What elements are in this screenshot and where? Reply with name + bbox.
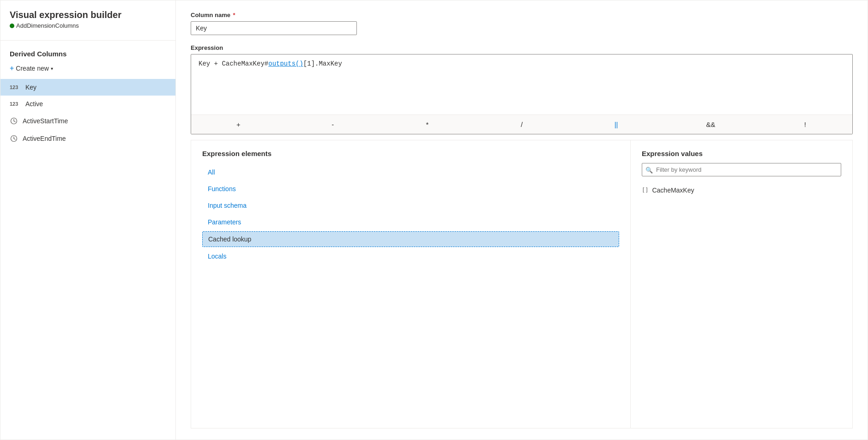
value-item-cachemaxkey[interactable]: [] CacheMaxKey	[642, 184, 841, 197]
operator-not[interactable]: !	[758, 119, 852, 130]
column-name-label: Column name *	[191, 12, 853, 18]
operator-plus[interactable]: +	[191, 119, 286, 130]
top-divider	[0, 40, 175, 41]
svg-line-2	[14, 121, 15, 122]
column-name-input[interactable]	[191, 21, 357, 35]
expression-label: Expression	[191, 44, 853, 51]
element-locals[interactable]: Locals	[202, 249, 619, 264]
operator-minus[interactable]: -	[286, 119, 380, 130]
clock-icon-end	[10, 134, 18, 143]
top-content: Column name * Expression Key + CacheMaxK…	[191, 12, 853, 134]
column-item-activeendtime[interactable]: ActiveEndTime	[0, 130, 175, 147]
expression-elements-panel: Expression elements All Functions Input …	[191, 140, 631, 428]
main-container: Visual expression builder AddDimensionCo…	[0, 0, 868, 440]
app-title: Visual expression builder	[0, 10, 175, 22]
column-item-active[interactable]: 123 Active	[0, 96, 175, 112]
app-subtitle: AddDimensionColumns	[0, 22, 175, 36]
expression-editor[interactable]: Key + CacheMaxKey#outputs()[1].MaxKey	[191, 54, 852, 115]
filter-input[interactable]	[642, 163, 841, 176]
column-name-key: Key	[25, 84, 36, 91]
expression-elements-title: Expression elements	[202, 150, 619, 157]
element-input-schema[interactable]: Input schema	[202, 198, 619, 213]
type-badge-active: 123	[10, 101, 21, 107]
element-functions[interactable]: Functions	[202, 181, 619, 196]
status-dot	[10, 24, 14, 28]
filter-wrapper: 🔍	[642, 163, 841, 176]
element-all[interactable]: All	[202, 165, 619, 180]
operator-divide[interactable]: /	[475, 119, 569, 130]
expression-part1: Key + CacheMaxKey#	[199, 60, 268, 67]
expression-wrapper: Key + CacheMaxKey#outputs()[1].MaxKey + …	[191, 54, 853, 134]
array-icon: []	[642, 187, 648, 193]
chevron-down-icon: ▾	[51, 66, 53, 71]
column-list: 123 Key 123 Active ActiveStartTime	[0, 79, 175, 147]
plus-icon: +	[10, 64, 14, 72]
subtitle-text: AddDimensionColumns	[16, 22, 79, 29]
svg-line-5	[14, 139, 15, 139]
required-star: *	[231, 12, 235, 18]
element-parameters[interactable]: Parameters	[202, 215, 619, 229]
expression-part2: [1].MaxKey	[303, 60, 342, 67]
column-item-key[interactable]: 123 Key	[0, 79, 175, 96]
operator-multiply[interactable]: *	[380, 119, 475, 130]
left-panel: Visual expression builder AddDimensionCo…	[0, 0, 176, 440]
column-name-activestarttime: ActiveStartTime	[23, 117, 68, 125]
search-icon: 🔍	[645, 166, 653, 173]
operators-bar: + - * / || && !	[191, 115, 852, 134]
expression-values-panel: Expression values 🔍 [] CacheMaxKey	[631, 140, 852, 428]
expression-values-title: Expression values	[642, 150, 841, 157]
right-panel: Column name * Expression Key + CacheMaxK…	[176, 0, 868, 440]
column-name-active: Active	[25, 100, 43, 108]
derived-columns-title: Derived Columns	[0, 50, 175, 61]
column-item-activestarttime[interactable]: ActiveStartTime	[0, 112, 175, 130]
operator-pipe[interactable]: ||	[569, 119, 663, 130]
element-cached-lookup[interactable]: Cached lookup	[202, 231, 619, 247]
create-new-button[interactable]: + Create new ▾	[0, 61, 175, 75]
expression-link[interactable]: outputs()	[268, 60, 303, 67]
bottom-section: Expression elements All Functions Input …	[191, 140, 853, 428]
type-badge-key: 123	[10, 84, 21, 90]
clock-icon-start	[10, 117, 18, 125]
operator-and[interactable]: &&	[663, 119, 758, 130]
column-name-activeendtime: ActiveEndTime	[23, 135, 66, 142]
value-label-cachemaxkey: CacheMaxKey	[652, 187, 694, 194]
create-new-label: Create new	[16, 65, 49, 72]
